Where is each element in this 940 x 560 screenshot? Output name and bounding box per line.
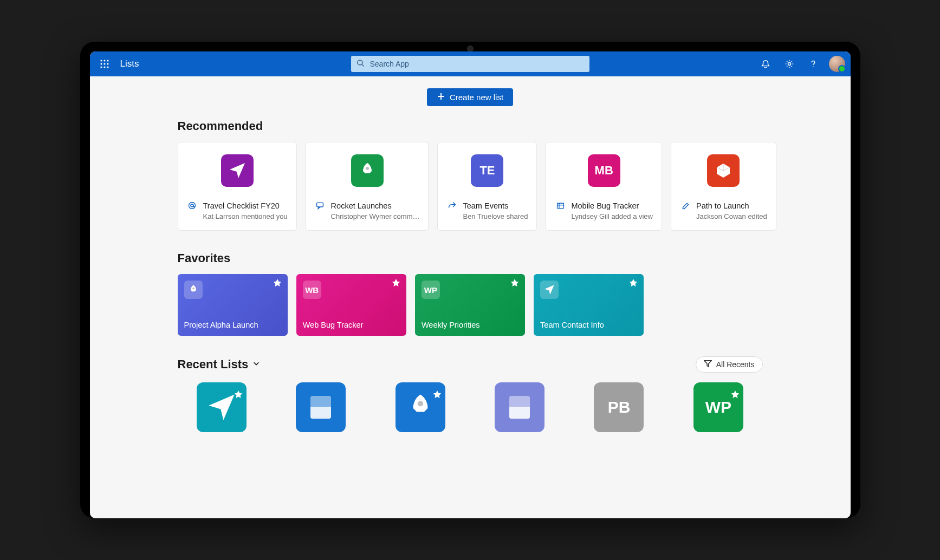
list-mini-icon (540, 281, 559, 299)
svg-rect-18 (317, 203, 323, 207)
section-title-recommended: Recommended (178, 119, 763, 133)
recent-tile-icon: PB (594, 382, 644, 432)
activity-icon (446, 201, 457, 210)
account-avatar[interactable] (829, 56, 845, 72)
recommended-card[interactable]: MBMobile Bug TrackerLyndsey Gill added a… (546, 142, 662, 231)
activity-icon (187, 201, 198, 210)
device-frame: Lists (80, 42, 860, 518)
recent-tile-icon (396, 382, 445, 432)
svg-point-16 (189, 203, 196, 209)
activity-icon (315, 201, 326, 210)
list-mini-icon: WP (422, 281, 440, 299)
recent-item[interactable] (376, 382, 464, 432)
recent-item[interactable] (277, 382, 365, 432)
help-button[interactable] (803, 54, 824, 74)
favorite-star-icon (730, 385, 740, 403)
favorite-card[interactable]: Project Alpha Launch (178, 274, 288, 336)
recommended-card[interactable]: Path to LaunchJackson Cowan edited (671, 142, 776, 231)
section-title-recent: Recent Lists (178, 357, 249, 372)
favorite-card[interactable]: Team Contact Info (534, 274, 644, 336)
svg-point-1 (100, 60, 102, 61)
card-subtitle: Ben Truelove shared (463, 212, 528, 220)
settings-button[interactable] (779, 54, 800, 74)
svg-marker-22 (704, 361, 711, 367)
favorite-star-icon[interactable] (273, 278, 282, 290)
recent-item[interactable] (178, 382, 266, 432)
card-subtitle: Jackson Cowan edited (696, 212, 767, 220)
card-subtitle: Christopher Wymer comm… (331, 212, 420, 220)
card-title: Mobile Bug Tracker (571, 201, 653, 211)
create-label: Create new list (450, 93, 503, 102)
favorite-star-icon[interactable] (510, 278, 520, 290)
list-tile-icon: TE (471, 154, 503, 187)
svg-point-9 (107, 66, 108, 68)
svg-point-3 (107, 60, 108, 61)
card-subtitle: Lyndsey Gill added a view (571, 212, 653, 220)
filter-label: All Recents (716, 360, 755, 369)
recent-tile-icon (197, 382, 247, 432)
recent-tile-icon (296, 382, 346, 432)
recommended-card[interactable]: TETeam EventsBen Truelove shared (437, 142, 537, 231)
recent-item[interactable] (475, 382, 563, 432)
recent-item[interactable]: WP (674, 382, 762, 432)
recent-lists-dropdown[interactable]: Recent Lists (178, 357, 261, 372)
search-input[interactable] (369, 59, 584, 69)
search-box[interactable] (351, 56, 589, 72)
recommended-grid: Travel Checklist FY20Kat Larrson mention… (178, 142, 763, 231)
favorite-star-icon[interactable] (628, 278, 638, 290)
notifications-button[interactable] (755, 54, 776, 74)
plus-icon (437, 92, 445, 102)
section-title-favorites: Favorites (178, 251, 763, 265)
favorite-star-icon[interactable] (391, 278, 401, 290)
favorite-star-icon (234, 385, 243, 403)
app-name: Lists (120, 58, 139, 69)
favorite-card[interactable]: WBWeb Bug Tracker (296, 274, 406, 336)
favorite-name: Web Bug Tracker (303, 321, 400, 329)
recent-item[interactable]: PB (575, 382, 663, 432)
favorite-name: Weekly Priorities (422, 321, 518, 329)
svg-point-4 (100, 63, 102, 64)
card-title: Rocket Launches (331, 201, 420, 211)
recommended-card[interactable]: Rocket LaunchesChristopher Wymer comm… (306, 142, 429, 231)
svg-rect-19 (557, 203, 563, 208)
page-body: Create new list Recommended Travel Check… (90, 76, 851, 518)
recent-tile-icon: WP (693, 382, 743, 432)
filter-icon (704, 360, 712, 369)
svg-point-12 (788, 62, 790, 65)
svg-point-8 (103, 66, 105, 68)
favorite-star-icon (432, 385, 442, 403)
list-mini-icon: WB (303, 281, 321, 299)
favorite-name: Team Contact Info (540, 321, 637, 329)
svg-point-17 (191, 204, 193, 207)
card-subtitle: Kat Larrson mentioned you (203, 212, 288, 220)
suite-header: Lists (90, 51, 851, 76)
svg-line-11 (361, 64, 364, 66)
list-tile-icon (351, 154, 384, 187)
favorite-card[interactable]: WPWeekly Priorities (415, 274, 525, 336)
list-tile-icon: MB (588, 154, 620, 187)
list-tile-icon (707, 154, 740, 187)
header-actions (755, 54, 845, 74)
svg-point-2 (103, 60, 105, 61)
recent-grid: PBWP (178, 382, 763, 432)
activity-icon (555, 201, 566, 210)
recent-tile-icon (495, 382, 544, 432)
svg-point-10 (357, 60, 362, 64)
activity-icon (680, 201, 691, 210)
card-title: Path to Launch (696, 201, 767, 211)
recent-header: Recent Lists All Recents (178, 356, 763, 373)
chevron-down-icon (252, 360, 260, 369)
svg-point-5 (103, 63, 105, 64)
app-launcher-button[interactable] (95, 55, 114, 73)
favorites-grid: Project Alpha LaunchWBWeb Bug TrackerWPW… (178, 274, 763, 336)
svg-point-7 (100, 66, 102, 68)
all-recents-filter-button[interactable]: All Recents (696, 356, 763, 373)
favorite-name: Project Alpha Launch (184, 321, 281, 329)
create-new-list-button[interactable]: Create new list (427, 88, 513, 106)
svg-point-13 (813, 66, 813, 67)
screen: Lists (90, 51, 851, 518)
card-title: Team Events (463, 201, 528, 211)
list-tile-icon (221, 154, 254, 187)
recommended-card[interactable]: Travel Checklist FY20Kat Larrson mention… (178, 142, 297, 231)
search-icon (356, 59, 365, 69)
